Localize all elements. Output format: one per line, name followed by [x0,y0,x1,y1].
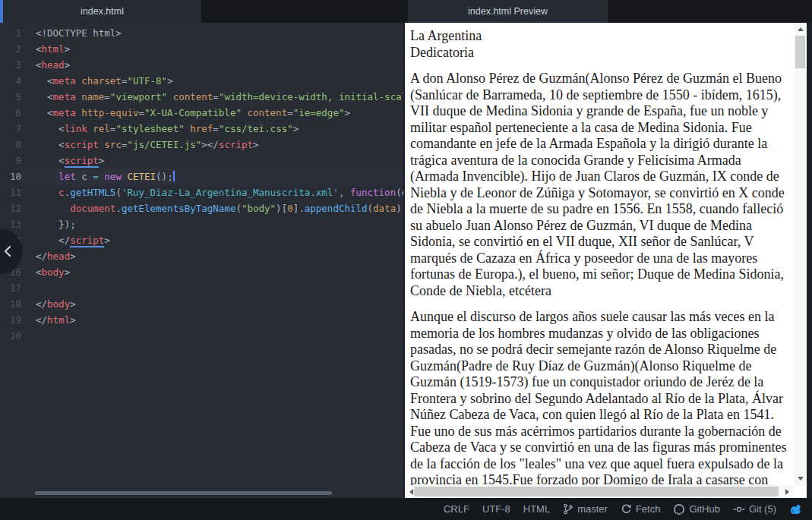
line-number: 18 [0,296,21,312]
code-line-content: </html> [21,312,403,328]
preview-document: La ArgentinaDedicatoriaA don Alonso Pére… [405,23,794,485]
code-line[interactable]: 14 </script> [0,232,403,248]
preview-pane: La ArgentinaDedicatoriaA don Alonso Pére… [405,23,807,498]
code-line[interactable]: 17 [0,280,403,296]
code-line[interactable]: 4 <meta charset="UTF-8"> [0,73,403,89]
status-github[interactable]: GitHub [673,503,719,515]
code-line[interactable]: 6 <meta http-equiv="X-UA-Compatible" con… [0,105,403,121]
status-language-mode[interactable]: HTML [523,503,550,515]
status-line-endings[interactable]: CRLF [444,503,469,515]
line-number: 17 [0,280,21,296]
code-line-content: <meta charset="UTF-8"> [21,73,403,89]
code-line-content: c.getHTML5('Ruy_Diaz-La_Argentina_Manusc… [21,184,403,200]
code-line[interactable]: 9 <script> [0,153,403,169]
line-number: 11 [0,184,21,200]
code-line[interactable]: 8 <script src="js/CETEI.js"></script> [0,137,403,153]
github-icon [673,503,685,515]
code-line[interactable]: 19</html> [0,312,403,328]
line-number: 9 [0,153,21,169]
preview-heading-line: La Argentina [410,28,787,45]
scroll-right-arrow[interactable] [781,485,794,498]
preview-paragraph: A don Alonso Pérez de Guzmán(Alonso Pére… [410,71,787,299]
line-number: 8 [0,137,21,153]
tab-index-html-preview[interactable]: index.html Preview [408,0,608,23]
code-line-content: <!DOCTYPE html> [21,25,403,41]
language-label: HTML [523,503,550,515]
tab-index-html[interactable]: index.html [3,0,201,23]
code-line-content: <link rel="stylesheet" href="css/tei.css… [21,121,403,137]
code-line-content: <head> [21,57,403,73]
scroll-up-arrow[interactable] [794,23,807,36]
git-branch-icon [563,503,573,515]
line-number: 10 [0,169,21,184]
code-line-content: </script> [21,232,403,248]
tab-label: index.html Preview [468,6,548,17]
editor-hscrollbar-thumb[interactable] [35,491,332,495]
tab-bar: index.html index.html Preview [0,0,812,23]
line-number: 5 [0,89,21,105]
github-label: GitHub [689,503,719,515]
line-endings-label: CRLF [444,503,469,515]
status-git-branch[interactable]: master [563,503,608,515]
line-number: 12 [0,200,21,216]
code-line-content: <html> [21,41,403,57]
sync-icon [621,503,632,515]
line-number: 3 [0,57,21,73]
code-line-content: document.getElementsByTagName("body")[0]… [21,200,403,216]
triangle-left-icon [409,489,413,495]
scroll-down-arrow[interactable] [794,472,807,485]
code-line[interactable]: 15</head> [0,248,403,264]
preview-vscrollbar-thumb[interactable] [795,36,805,68]
code-line[interactable]: 2<html> [0,41,403,57]
line-number: 2 [0,41,21,57]
line-number: 19 [0,312,21,328]
status-git-commits[interactable]: Git (5) [733,503,776,515]
scrollbar-corner [794,485,807,498]
line-number: 20 [0,328,21,344]
code-line[interactable]: 10 let c = new CETEI(); [0,169,403,184]
fetch-label: Fetch [636,503,661,515]
code-line[interactable]: 18</body> [0,296,403,312]
status-bar: CRLF UTF-8 HTML master Fetch [0,498,812,520]
code-line[interactable]: 16<body> [0,264,403,280]
triangle-down-icon [798,477,804,481]
code-line-content: <body> [21,264,403,280]
code-line[interactable]: 12 document.getElementsByTagName("body")… [0,200,403,216]
code-line[interactable]: 7 <link rel="stylesheet" href="css/tei.c… [0,121,403,137]
status-encoding[interactable]: UTF-8 [482,503,510,515]
preview-paragraph: Aunque el discurso de largos años suele … [410,309,787,485]
code-line[interactable]: 13 }); [0,216,403,232]
code-line[interactable]: 20 [0,328,403,344]
branch-label: master [577,503,608,515]
text-cursor [173,171,175,181]
code-line-content [21,280,403,296]
encoding-label: UTF-8 [482,503,510,515]
status-fetch[interactable]: Fetch [621,503,661,515]
line-number: 6 [0,105,21,121]
git-commits-label: Git (5) [749,503,776,515]
chevron-left-icon [2,244,13,258]
code-lines: 1<!DOCTYPE html>2<html>3<head>4 <meta ch… [0,25,403,344]
git-commit-icon [733,504,745,515]
preview-hscrollbar[interactable] [405,485,794,498]
code-line[interactable]: 1<!DOCTYPE html> [0,25,403,41]
app-window: index.html index.html Preview 1<!DOCTYPE… [0,0,812,520]
triangle-up-icon [798,27,804,31]
code-line[interactable]: 3<head> [0,57,403,73]
code-line-content: let c = new CETEI(); [21,169,403,184]
line-number: 4 [0,73,21,89]
preview-vscrollbar[interactable] [794,23,807,485]
code-line[interactable]: 5 <meta name="viewport" content="width=d… [0,89,403,105]
preview-hscrollbar-thumb[interactable] [414,487,779,496]
line-number: 7 [0,121,21,137]
preview-heading-line: Dedicatoria [410,45,787,61]
code-line-content: </body> [21,296,403,312]
line-number: 1 [0,25,21,41]
tab-label: index.html [81,6,124,17]
code-line-content: }); [21,216,403,232]
code-line-content: <meta http-equiv="X-UA-Compatible" conte… [21,105,403,121]
code-line[interactable]: 11 c.getHTML5('Ruy_Diaz-La_Argentina_Man… [0,184,403,200]
code-editor-pane[interactable]: 1<!DOCTYPE html>2<html>3<head>4 <meta ch… [0,23,403,498]
squirrel-extension-button[interactable] [789,503,802,515]
squirrel-icon [789,503,802,515]
